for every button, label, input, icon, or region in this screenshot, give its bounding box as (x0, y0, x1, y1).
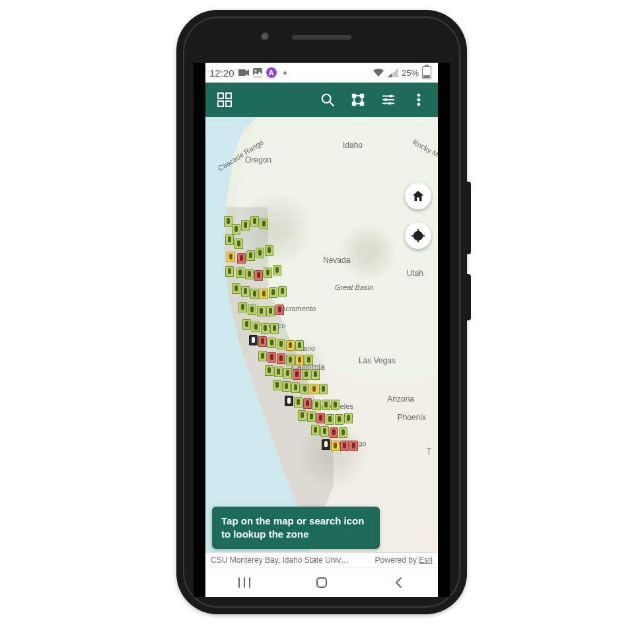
map-pin[interactable] (254, 270, 263, 281)
map-pin[interactable] (349, 441, 358, 451)
map-pin[interactable] (232, 283, 240, 294)
sysnav-home-button[interactable] (305, 573, 338, 592)
map-pin[interactable] (312, 400, 321, 410)
map-pin[interactable] (265, 245, 273, 256)
map-pin[interactable] (261, 323, 269, 334)
map-pin[interactable] (274, 367, 283, 377)
overflow-button[interactable] (405, 86, 433, 114)
map-pin[interactable] (285, 396, 293, 406)
map-pin[interactable] (311, 425, 320, 435)
recents-icon (236, 576, 252, 589)
map-pin[interactable] (234, 238, 243, 249)
map-pin[interactable] (311, 369, 320, 380)
map-pin[interactable] (319, 384, 328, 394)
map-pin[interactable] (265, 365, 273, 376)
select-area-button[interactable] (344, 86, 372, 114)
map-pin[interactable] (277, 339, 285, 349)
map-pin[interactable] (256, 248, 264, 258)
map-pin[interactable] (225, 266, 234, 277)
home-icon (411, 189, 425, 203)
map-pin[interactable] (232, 224, 240, 234)
map-pin[interactable] (286, 340, 295, 351)
map-pin[interactable] (242, 319, 251, 330)
map-pin[interactable] (344, 413, 353, 423)
map-pin[interactable] (320, 426, 329, 437)
map-pin[interactable] (273, 265, 281, 275)
map-pin[interactable] (298, 410, 306, 421)
map-pin[interactable] (260, 219, 268, 229)
map-pin[interactable] (250, 289, 259, 299)
map-pin[interactable] (241, 286, 250, 297)
map-pin[interactable] (237, 253, 246, 264)
status-bar-left: 12:20 A (209, 67, 287, 79)
map-pin[interactable] (340, 441, 349, 451)
map-pin[interactable] (238, 302, 247, 312)
map-pin[interactable] (282, 381, 291, 392)
map-pin[interactable] (250, 216, 259, 227)
map-pin[interactable] (304, 355, 313, 365)
status-bar: 12:20 A 25% (205, 63, 438, 83)
map-pin[interactable] (257, 306, 266, 316)
map-pin[interactable] (322, 400, 330, 410)
map-pin[interactable] (236, 268, 244, 278)
map-attribution-bar: CSU Monterey Bay, Idaho State Univ… Powe… (205, 552, 438, 567)
map-canvas[interactable]: Oregon Idaho Cascade Range Rocky Mt Neva… (205, 117, 438, 567)
map-pin[interactable] (258, 351, 267, 361)
map-pin[interactable] (293, 369, 301, 380)
map-pin[interactable] (316, 413, 325, 423)
map-pin[interactable] (264, 268, 272, 278)
map-pin[interactable] (295, 340, 304, 351)
map-pin[interactable] (245, 269, 254, 279)
svg-rect-20 (390, 95, 392, 98)
system-nav-bar (205, 567, 438, 597)
map-pin[interactable] (277, 353, 285, 364)
map-pin[interactable] (307, 411, 316, 422)
svg-point-25 (417, 103, 420, 106)
map-pin[interactable] (258, 336, 267, 347)
map-pin[interactable] (339, 427, 347, 438)
map-pin[interactable] (291, 382, 300, 393)
map-pin[interactable] (268, 352, 276, 363)
map-pin[interactable] (275, 304, 284, 315)
map-pin[interactable] (322, 439, 330, 450)
map-pin[interactable] (295, 355, 304, 365)
map-pin[interactable] (273, 380, 281, 390)
map-pin[interactable] (270, 323, 279, 334)
map-pin[interactable] (278, 286, 287, 297)
map-pin[interactable] (248, 304, 256, 315)
map-pin[interactable] (252, 322, 260, 332)
map-pin[interactable] (269, 287, 277, 298)
home-nav-icon (314, 575, 329, 590)
map-locate-button[interactable] (405, 223, 431, 249)
map-pin[interactable] (260, 289, 268, 299)
map-pin[interactable] (301, 384, 309, 394)
map-pin[interactable] (286, 355, 295, 365)
map-pin[interactable] (326, 414, 334, 425)
sysnav-back-button[interactable] (382, 573, 415, 592)
map-pin[interactable] (249, 335, 258, 345)
map-pin[interactable] (335, 414, 343, 425)
map-home-button[interactable] (405, 183, 431, 209)
map-pin[interactable] (310, 384, 318, 394)
search-button[interactable] (314, 86, 341, 114)
map-pin[interactable] (294, 397, 303, 408)
map-pin[interactable] (302, 369, 310, 380)
sysnav-recents-button[interactable] (228, 573, 261, 592)
attribution-brand[interactable]: Powered by Esri (375, 555, 433, 565)
map-pin[interactable] (331, 400, 340, 410)
map-pin[interactable] (268, 338, 276, 348)
map-pin[interactable] (246, 250, 255, 261)
map-pin[interactable] (303, 398, 312, 409)
map-pin[interactable] (241, 220, 250, 231)
map-pin[interactable] (330, 427, 338, 438)
map-pin[interactable] (283, 368, 292, 378)
map-pin[interactable] (225, 234, 234, 245)
map-pin[interactable] (266, 306, 275, 316)
attribution-sources: CSU Monterey Bay, Idaho State Univ… (211, 555, 349, 565)
map-pin[interactable] (227, 252, 235, 262)
svg-point-2 (254, 69, 256, 71)
apps-button[interactable] (211, 86, 238, 114)
wifi-icon (373, 68, 384, 77)
tune-button[interactable] (375, 86, 402, 114)
map-pin[interactable] (331, 441, 340, 451)
